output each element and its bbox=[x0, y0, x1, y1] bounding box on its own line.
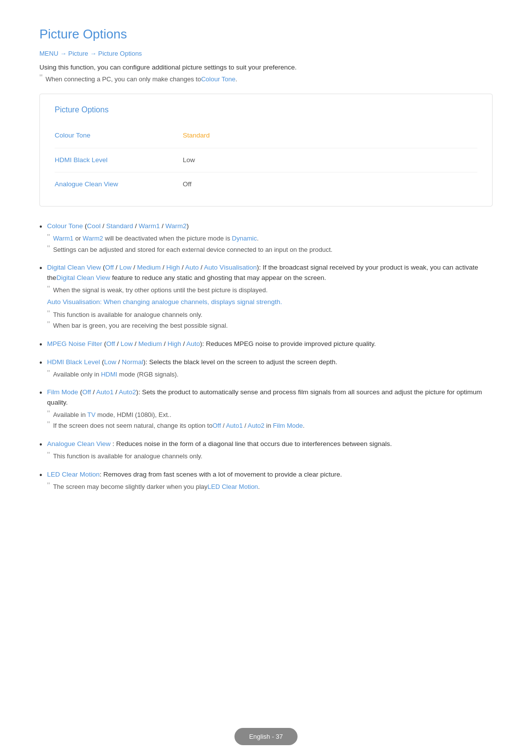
breadcrumb-options[interactable]: Picture Options bbox=[98, 50, 142, 57]
option-value-colour-tone: Standard bbox=[183, 131, 210, 140]
sub-note: "When the signal is weak, try other opti… bbox=[47, 285, 493, 295]
colour-tone-label: Colour Tone bbox=[47, 222, 83, 230]
item-content-led-clear-motion: LED Clear Motion: Removes drag from fast… bbox=[47, 470, 493, 493]
colour-tone-sub-notes: "Warm1 or Warm2 will be deactivated when… bbox=[47, 234, 493, 254]
list-item-film-mode: Film Mode (Off / Auto1 / Auto2): Sets th… bbox=[39, 387, 493, 432]
page-container: Picture Options MENU → Picture → Picture… bbox=[0, 0, 532, 539]
option-value-hdmi: Low bbox=[183, 155, 195, 165]
note-link[interactable]: Colour Tone bbox=[201, 75, 235, 83]
option-row-hdmi: HDMI Black Level Low bbox=[55, 148, 477, 172]
hdmi-sub-notes: "Available only in HDMI mode (RGB signal… bbox=[47, 370, 493, 379]
list-item-analogue-clean-view: Analogue Clean View : Reduces noise in t… bbox=[39, 439, 493, 463]
list-item-mpeg-noise: MPEG Noise Filter (Off / Low / Medium / … bbox=[39, 339, 493, 350]
footer-badge: English - 37 bbox=[234, 728, 298, 746]
item-content-mpeg-noise: MPEG Noise Filter (Off / Low / Medium / … bbox=[47, 339, 493, 349]
bullet-list: Colour Tone (Cool / Standard / Warm1 / W… bbox=[39, 221, 493, 493]
option-label-analogue: Analogue Clean View bbox=[55, 179, 183, 189]
item-content-hdmi-black-level: HDMI Black Level (Low / Normal): Selects… bbox=[47, 357, 493, 381]
sub-note: "If the screen does not seem natural, ch… bbox=[47, 421, 493, 431]
note-line: " When connecting a PC, you can only mak… bbox=[39, 74, 493, 84]
digital-clean-view-sub-notes: "When the signal is weak, try other opti… bbox=[47, 285, 493, 295]
sub-note: "When bar is green, you are receiving th… bbox=[47, 321, 493, 331]
breadcrumb: MENU → Picture → Picture Options bbox=[39, 49, 493, 59]
breadcrumb-arrow1: → bbox=[60, 50, 66, 57]
quote-mark: " bbox=[39, 73, 42, 82]
sub-note: "Available in TV mode, HDMI (1080i), Ext… bbox=[47, 410, 493, 420]
list-item-led-clear-motion: LED Clear Motion: Removes drag from fast… bbox=[39, 470, 493, 493]
picture-options-box: Picture Options Colour Tone Standard HDM… bbox=[39, 94, 493, 206]
item-content-film-mode: Film Mode (Off / Auto1 / Auto2): Sets th… bbox=[47, 387, 493, 432]
page-title: Picture Options bbox=[39, 25, 493, 44]
breadcrumb-arrow2: → bbox=[90, 50, 97, 57]
led-sub-notes: "The screen may become slightly darker w… bbox=[47, 482, 493, 492]
picture-options-box-title: Picture Options bbox=[55, 104, 477, 116]
option-row-colour-tone: Colour Tone Standard bbox=[55, 124, 477, 148]
sub-note: "Settings can be adjusted and stored for… bbox=[47, 245, 493, 255]
breadcrumb-menu[interactable]: MENU bbox=[39, 50, 58, 57]
sub-note: "This function is available for analogue… bbox=[47, 451, 493, 461]
intro-text: Using this function, you can configure a… bbox=[39, 63, 493, 72]
option-label-hdmi: HDMI Black Level bbox=[55, 155, 183, 165]
sub-note: "Warm1 or Warm2 will be deactivated when… bbox=[47, 234, 493, 243]
sub-note: "This function is available for analogue… bbox=[47, 310, 493, 320]
auto-vis-label: Auto Visualisation: When changing analog… bbox=[47, 297, 493, 307]
list-item-hdmi-black-level: HDMI Black Level (Low / Normal): Selects… bbox=[39, 357, 493, 381]
film-mode-sub-notes: "Available in TV mode, HDMI (1080i), Ext… bbox=[47, 410, 493, 431]
footer-bar: English - 37 bbox=[0, 719, 532, 756]
option-value-analogue: Off bbox=[183, 179, 192, 189]
item-content-colour-tone: Colour Tone (Cool / Standard / Warm1 / W… bbox=[47, 221, 493, 256]
sub-note: "Available only in HDMI mode (RGB signal… bbox=[47, 370, 493, 379]
option-label-colour-tone: Colour Tone bbox=[55, 131, 183, 140]
breadcrumb-picture[interactable]: Picture bbox=[68, 50, 88, 57]
sub-note: "The screen may become slightly darker w… bbox=[47, 482, 493, 492]
note-text: When connecting a PC, you can only make … bbox=[45, 74, 237, 84]
analogue-sub-notes: "This function is available for analogue… bbox=[47, 451, 493, 461]
list-item-colour-tone: Colour Tone (Cool / Standard / Warm1 / W… bbox=[39, 221, 493, 256]
option-row-analogue: Analogue Clean View Off bbox=[55, 172, 477, 196]
item-content-digital-clean-view: Digital Clean View (Off / Low / Medium /… bbox=[47, 263, 493, 332]
auto-vis-sub-notes: "This function is available for analogue… bbox=[47, 310, 493, 331]
item-content-analogue-clean-view: Analogue Clean View : Reduces noise in t… bbox=[47, 439, 493, 463]
list-item-digital-clean-view: Digital Clean View (Off / Low / Medium /… bbox=[39, 263, 493, 332]
